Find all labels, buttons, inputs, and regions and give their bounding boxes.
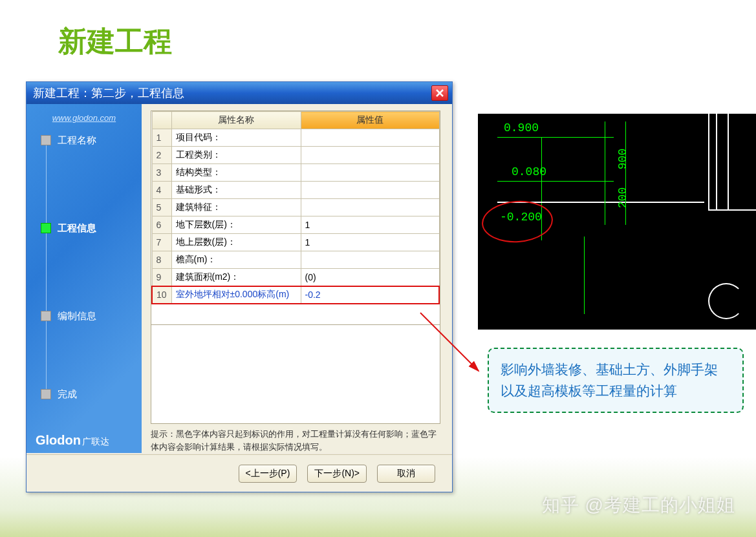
row-number: 4 bbox=[152, 182, 171, 199]
property-name-cell: 结构类型： bbox=[171, 164, 301, 182]
row-number: 7 bbox=[152, 234, 171, 251]
property-name-cell: 地上层数(层)： bbox=[171, 234, 301, 251]
row-number: 3 bbox=[152, 164, 171, 182]
property-value-cell[interactable] bbox=[301, 251, 439, 269]
close-button[interactable] bbox=[431, 85, 448, 101]
cad-line bbox=[708, 114, 709, 211]
property-name-cell: 工程类别： bbox=[171, 147, 301, 164]
property-name-cell: 建筑面积(m2)： bbox=[171, 269, 301, 286]
grid-empty-area bbox=[151, 325, 440, 424]
step-project-name[interactable]: 工程名称 bbox=[41, 132, 142, 149]
cad-line bbox=[709, 209, 756, 211]
property-value-cell[interactable] bbox=[301, 164, 439, 182]
property-value-cell[interactable] bbox=[301, 147, 439, 164]
row-number: 9 bbox=[152, 269, 171, 286]
step-finish[interactable]: 完成 bbox=[41, 386, 142, 403]
cad-arc bbox=[708, 283, 744, 319]
property-value-cell[interactable]: 1 bbox=[301, 234, 439, 251]
property-name-cell: 地下层数(层)： bbox=[171, 216, 301, 234]
row-number: 6 bbox=[152, 216, 171, 234]
row-number: 5 bbox=[152, 199, 171, 216]
brand-url[interactable]: www.glodon.com bbox=[27, 113, 142, 127]
cad-reference-image: 0.900 0.080 -0.200 900 200 bbox=[478, 114, 756, 330]
property-value-cell[interactable]: 1 bbox=[301, 216, 439, 234]
step-marker-icon bbox=[41, 389, 51, 399]
property-row[interactable]: 3结构类型： bbox=[152, 164, 439, 182]
property-value-cell[interactable] bbox=[301, 129, 439, 147]
cancel-button[interactable]: 取消 bbox=[377, 465, 435, 483]
red-highlight-circle bbox=[481, 198, 554, 245]
dialog-footer: <上一步(P) 下一步(N)> 取消 bbox=[27, 454, 452, 492]
row-number: 1 bbox=[152, 129, 171, 147]
row-number-head bbox=[152, 112, 171, 129]
property-row[interactable]: 6地下层数(层)：1 bbox=[152, 216, 439, 234]
property-value-cell[interactable]: (0) bbox=[301, 269, 439, 286]
property-row[interactable]: 1项目代码： bbox=[152, 129, 439, 147]
step-marker-icon bbox=[41, 223, 51, 233]
property-row[interactable]: 10室外地坪相对±0.000标高(m)-0.2 bbox=[152, 286, 439, 304]
cad-line bbox=[605, 121, 605, 225]
step-project-info[interactable]: 工程信息 bbox=[41, 220, 142, 237]
property-row[interactable]: 8檐高(m)： bbox=[152, 251, 439, 269]
cad-line bbox=[497, 181, 614, 182]
step-label: 完成 bbox=[58, 388, 77, 401]
step-label: 编制信息 bbox=[58, 310, 96, 322]
cad-line bbox=[497, 137, 614, 138]
step-marker-icon bbox=[41, 311, 51, 321]
property-name-cell: 建筑特征： bbox=[171, 199, 301, 216]
hint-text: 提示：黑色字体内容只起到标识的作用，对工程量计算没有任何影响；蓝色字体内容会影响… bbox=[151, 428, 440, 453]
property-name-cell: 基础形式： bbox=[171, 182, 301, 199]
property-row[interactable]: 7地上层数(层)：1 bbox=[152, 234, 439, 251]
step-label: 工程信息 bbox=[58, 222, 96, 235]
cad-line bbox=[625, 121, 626, 225]
property-name-cell: 室外地坪相对±0.000标高(m) bbox=[171, 286, 301, 304]
brand-logo: Glodon广联达 bbox=[36, 433, 109, 448]
explanation-callout: 影响外墙装修、基础土方、外脚手架以及超高模板等工程量的计算 bbox=[488, 348, 744, 413]
dialog-main-panel: 属性名称 属性值 1项目代码：2工程类别：3结构类型：4基础形式：5建筑特征：6… bbox=[142, 104, 452, 453]
property-value-cell[interactable]: -0.2 bbox=[301, 286, 439, 304]
next-button[interactable]: 下一步(N)> bbox=[307, 465, 367, 483]
watermark: 知乎 @考建工的小姐姐 bbox=[542, 493, 735, 518]
dialog-titlebar[interactable]: 新建工程：第二步，工程信息 bbox=[27, 82, 452, 104]
row-number: 8 bbox=[152, 251, 171, 269]
cad-line bbox=[716, 114, 717, 211]
property-value-head: 属性值 bbox=[301, 112, 439, 129]
step-marker-icon bbox=[41, 135, 51, 145]
property-row[interactable]: 5建筑特征： bbox=[152, 199, 439, 216]
property-value-cell[interactable] bbox=[301, 182, 439, 199]
cad-label: 0.900 bbox=[504, 121, 539, 134]
row-number: 2 bbox=[152, 147, 171, 164]
step-label: 工程名称 bbox=[58, 134, 96, 147]
new-project-dialog: 新建工程：第二步，工程信息 www.glodon.com 工程名称 工程信息 编… bbox=[26, 81, 453, 492]
property-row[interactable]: 4基础形式： bbox=[152, 182, 439, 199]
cad-dimension: 200 bbox=[616, 187, 629, 208]
row-number: 10 bbox=[152, 286, 171, 304]
property-name-head: 属性名称 bbox=[171, 112, 301, 129]
close-icon bbox=[435, 89, 444, 98]
property-row[interactable]: 2工程类别： bbox=[152, 147, 439, 164]
wizard-sidebar: www.glodon.com 工程名称 工程信息 编制信息 完成 bbox=[27, 104, 142, 453]
step-compile-info[interactable]: 编制信息 bbox=[41, 308, 142, 324]
property-row[interactable]: 9建筑面积(m2)：(0) bbox=[152, 269, 439, 286]
cad-dimension: 900 bbox=[616, 149, 629, 169]
step-connector bbox=[46, 143, 47, 394]
property-name-cell: 檐高(m)： bbox=[171, 251, 301, 269]
slide-title: 新建工程 bbox=[58, 23, 172, 61]
property-name-cell: 项目代码： bbox=[171, 129, 301, 147]
cad-line bbox=[584, 237, 585, 314]
dialog-title: 新建工程：第二步，工程信息 bbox=[33, 85, 431, 101]
prev-button[interactable]: <上一步(P) bbox=[239, 465, 297, 483]
properties-grid[interactable]: 属性名称 属性值 1项目代码：2工程类别：3结构类型：4基础形式：5建筑特征：6… bbox=[151, 111, 440, 325]
cad-line bbox=[728, 114, 729, 211]
property-value-cell[interactable] bbox=[301, 199, 439, 216]
